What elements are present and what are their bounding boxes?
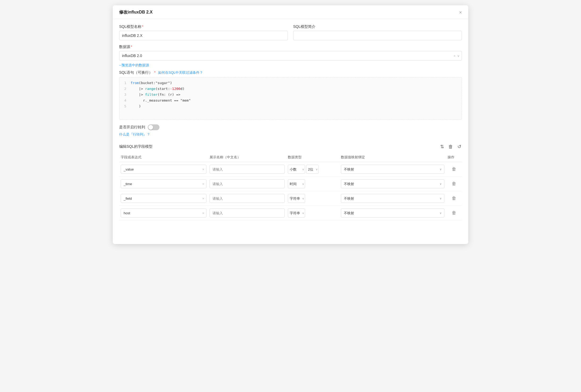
- field-cell-4: ×: [119, 208, 208, 217]
- type-cell-1: 小数 时间 字符串 2位 1位 0位: [286, 165, 339, 174]
- dialog-body: SQL模型名称* SQL模型简介 数据源* influxDB 2.0 × ∨: [113, 19, 468, 226]
- toggle-label: 是否开启行转列: [119, 125, 145, 130]
- table-row: × 时间 小数 字符串: [119, 177, 462, 191]
- mapping-select-1[interactable]: 不映射: [341, 165, 444, 174]
- sql-help-link[interactable]: 如何在SQL中关联过滤条件？: [158, 70, 203, 75]
- field-section: 编辑SQL的字段模型 ⇅ 🗑 ↺ 字段或表达式 展示名称（中文名） 数据类型 数…: [119, 143, 462, 220]
- toggle-switch[interactable]: [148, 124, 159, 130]
- field-section-actions: ⇅ 🗑 ↺: [440, 143, 462, 150]
- display-cell-2: [208, 179, 286, 188]
- mapping-cell-4: 不映射: [339, 208, 446, 217]
- mapping-select-wrap-1: 不映射: [341, 165, 444, 174]
- code-editor[interactable]: 1 from(bucket:"sugar") 2 |> range(start:…: [119, 77, 462, 120]
- type-cell-4: 字符串 小数 时间: [286, 208, 339, 217]
- sql-section: SQL语句（可换行） * 如何在SQL中关联过滤条件？ 1 from(bucke…: [119, 70, 462, 120]
- mapping-select-wrap-4: 不映射: [341, 208, 444, 217]
- field-clear-3[interactable]: ×: [202, 197, 204, 201]
- mapping-select-4[interactable]: 不映射: [341, 208, 444, 217]
- datasource-select-wrap: influxDB 2.0 × ∨: [119, 51, 462, 60]
- type-select-wrap-3: 字符串 小数 时间: [288, 194, 338, 203]
- decimal-select-wrap-1: 2位 1位 0位: [306, 165, 319, 174]
- model-desc-input[interactable]: [293, 31, 462, 40]
- code-line-5: 5 ): [123, 103, 458, 109]
- table-row: × 小数 时间 字符串: [119, 162, 462, 177]
- delete-row-2-button[interactable]: 🗑: [451, 180, 457, 188]
- action-cell-1: 🗑: [446, 165, 462, 173]
- field-clear-2[interactable]: ×: [202, 182, 204, 186]
- model-name-input[interactable]: [119, 31, 288, 40]
- field-section-header: 编辑SQL的字段模型 ⇅ 🗑 ↺: [119, 143, 462, 150]
- delete-row-1-button[interactable]: 🗑: [451, 165, 457, 173]
- decimal-select-1[interactable]: 2位 1位 0位: [306, 165, 319, 174]
- type-mini-wrap-1: 小数 时间 字符串: [288, 165, 305, 174]
- col-header-mapping: 数据值映射绑定: [339, 155, 446, 160]
- type-select-1[interactable]: 小数 时间 字符串: [288, 165, 305, 174]
- type-mini-wrap-3: 字符串 小数 时间: [288, 194, 305, 203]
- field-input-4[interactable]: [121, 208, 206, 217]
- datasource-label: 数据源*: [119, 45, 462, 49]
- action-cell-2: 🗑: [446, 180, 462, 188]
- type-select-wrap-1: 小数 时间 字符串 2位 1位 0位: [288, 165, 338, 174]
- display-cell-4: [208, 208, 286, 217]
- type-cell-3: 字符串 小数 时间: [286, 194, 339, 203]
- type-cell-2: 时间 小数 字符串: [286, 179, 339, 188]
- field-input-2[interactable]: [121, 179, 206, 188]
- mapping-cell-2: 不映射: [339, 179, 446, 188]
- field-input-wrap-2: ×: [121, 179, 206, 188]
- field-clear-4[interactable]: ×: [202, 211, 204, 215]
- preview-link[interactable]: --预览选中的数据源: [119, 63, 149, 67]
- mapping-cell-3: 不映射: [339, 194, 446, 203]
- toggle-knob: [148, 125, 153, 130]
- mapping-select-wrap-2: 不映射: [341, 179, 444, 188]
- sql-label: SQL语句（可换行） *: [119, 70, 155, 75]
- field-input-wrap-3: ×: [121, 194, 206, 203]
- type-select-3[interactable]: 字符串 小数 时间: [288, 194, 305, 203]
- type-mini-wrap-2: 时间 小数 字符串: [288, 179, 305, 188]
- model-desc-group: SQL模型简介: [293, 24, 462, 40]
- field-input-3[interactable]: [121, 194, 206, 203]
- field-clear-1[interactable]: ×: [202, 167, 204, 171]
- type-select-wrap-4: 字符串 小数 时间: [288, 208, 338, 217]
- type-mini-wrap-4: 字符串 小数 时间: [288, 208, 305, 217]
- display-input-1[interactable]: [210, 165, 285, 174]
- col-header-field: 字段或表达式: [119, 155, 208, 160]
- form-row-1: SQL模型名称* SQL模型简介: [119, 24, 462, 40]
- table-row: × 字符串 小数 时间: [119, 191, 462, 206]
- code-line-3: 3 |> filter(fn: (r) =>: [123, 92, 458, 98]
- col-header-display: 展示名称（中文名）: [208, 155, 286, 160]
- delete-all-button[interactable]: 🗑: [448, 143, 454, 150]
- display-input-4[interactable]: [210, 208, 285, 217]
- dialog-title: 修改influxDB 2.X: [119, 10, 153, 15]
- code-line-2: 2 |> range(start:-1200d): [123, 86, 458, 92]
- delete-row-3-button[interactable]: 🗑: [451, 195, 457, 202]
- sql-label-row: SQL语句（可换行） * 如何在SQL中关联过滤条件？: [119, 70, 462, 75]
- field-section-title: 编辑SQL的字段模型: [119, 144, 153, 149]
- model-name-label: SQL模型名称*: [119, 24, 288, 29]
- refresh-button[interactable]: ↺: [457, 143, 462, 150]
- col-header-action: 操作: [446, 155, 462, 160]
- type-select-4[interactable]: 字符串 小数 时间: [288, 208, 305, 217]
- field-input-1[interactable]: [121, 165, 206, 174]
- datasource-select[interactable]: influxDB 2.0: [119, 51, 462, 60]
- code-line-4: 4 r._measurement == "mem": [123, 98, 458, 103]
- type-select-2[interactable]: 时间 小数 字符串: [288, 179, 305, 188]
- table-row: × 字符串 小数 时间: [119, 206, 462, 220]
- action-cell-4: 🗑: [446, 209, 462, 217]
- close-button[interactable]: ×: [459, 10, 462, 15]
- field-cell-3: ×: [119, 194, 208, 203]
- dialog: 修改influxDB 2.X × SQL模型名称* SQL模型简介 数据源*: [113, 5, 468, 244]
- display-input-2[interactable]: [210, 179, 285, 188]
- toggle-row: 是否开启行转列: [119, 124, 462, 130]
- mapping-select-3[interactable]: 不映射: [341, 194, 444, 203]
- col-header-type: 数据类型: [286, 155, 339, 160]
- display-cell-1: [208, 165, 286, 174]
- display-input-3[interactable]: [210, 194, 285, 203]
- sort-button[interactable]: ⇅: [440, 143, 445, 150]
- mapping-select-2[interactable]: 不映射: [341, 179, 444, 188]
- delete-row-4-button[interactable]: 🗑: [451, 209, 457, 217]
- field-input-wrap-1: ×: [121, 165, 206, 174]
- what-is-row-col-link[interactable]: 什么是『行转列』？: [119, 132, 150, 137]
- code-line-1: 1 from(bucket:"sugar"): [123, 80, 458, 86]
- field-cell-1: ×: [119, 165, 208, 174]
- model-desc-label: SQL模型简介: [293, 24, 462, 29]
